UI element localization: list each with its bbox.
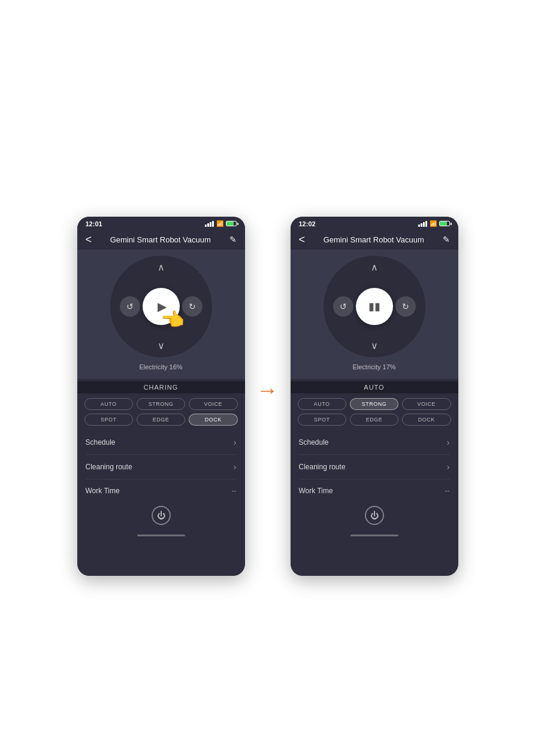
menu-work-time-label-left: Work Time (86, 487, 120, 495)
electricity-left: Electricity 16% (139, 363, 182, 371)
menu-work-time-value-right: -- (445, 487, 450, 495)
menu-work-time-right[interactable]: Work Time -- (299, 479, 450, 502)
page-container: 12:01 📶 < Gemini Smart R (0, 0, 535, 756)
top-nav-right: < Gemini Smart Robot Vacuum ✎ (291, 230, 458, 250)
arrow-up-right[interactable]: ∧ (371, 262, 378, 273)
menu-schedule-chevron-right: › (447, 438, 450, 447)
menu-work-time-left[interactable]: Work Time -- (86, 479, 237, 502)
status-label-right: AUTO (291, 381, 458, 393)
bottom-area-left: ⏻ (77, 502, 245, 531)
status-time-left: 12:01 (86, 220, 102, 227)
phone-screen-left: 12:01 📶 < Gemini Smart R (77, 217, 245, 576)
play-button-left[interactable]: ▶ 👈 (143, 288, 180, 325)
wifi-icon-right: 📶 (430, 220, 437, 227)
nav-title-right: Gemini Smart Robot Vacuum (324, 235, 424, 244)
menu-schedule-right[interactable]: Schedule › (299, 430, 450, 455)
home-indicator-left (137, 535, 185, 536)
mode-dock-right[interactable]: DOCK (402, 414, 451, 426)
menu-cleaning-route-right[interactable]: Cleaning route › (299, 455, 450, 479)
menu-cleaning-route-label-left: Cleaning route (86, 463, 132, 471)
menu-cleaning-route-chevron-left: › (234, 462, 237, 472)
mode-grid-left: AUTO STRONG VOICE SPOT EDGE DOCK (77, 393, 245, 430)
control-ring-left: ∧ ∨ ↺ ▶ 👈 ↻ (110, 256, 212, 357)
mode-grid-right: AUTO STRONG VOICE SPOT EDGE DOCK (291, 393, 458, 430)
signal-icon-right (418, 221, 427, 227)
menu-schedule-label-left: Schedule (86, 438, 116, 447)
rotate-left-button-right[interactable]: ↺ (333, 296, 353, 317)
mode-strong-left[interactable]: STRONG (137, 398, 185, 410)
menu-schedule-label-right: Schedule (299, 438, 329, 447)
mode-dock-left[interactable]: DOCK (189, 414, 237, 426)
power-button-right[interactable]: ⏻ (365, 506, 384, 525)
menu-cleaning-route-left[interactable]: Cleaning route › (86, 455, 237, 479)
mode-edge-left[interactable]: EDGE (137, 414, 185, 426)
menu-work-time-label-right: Work Time (299, 487, 333, 495)
nav-title-left: Gemini Smart Robot Vacuum (110, 235, 211, 244)
edit-button-right[interactable]: ✎ (443, 235, 450, 244)
status-label-left: CHARING (77, 381, 245, 393)
menu-items-left: Schedule › Cleaning route › Work Time -- (77, 430, 245, 502)
mode-strong-right[interactable]: STRONG (350, 398, 398, 410)
top-nav-left: < Gemini Smart Robot Vacuum ✎ (77, 230, 245, 250)
mode-spot-left[interactable]: SPOT (84, 414, 133, 426)
bottom-area-right: ⏻ (291, 502, 458, 531)
status-bar-left: 12:01 📶 (77, 217, 245, 230)
control-area-right: ∧ ∨ ↺ ▮▮ ↻ Electricity 17% (291, 250, 458, 379)
mode-voice-right[interactable]: VOICE (402, 398, 451, 410)
side-buttons-left: ↺ ▶ 👈 ↻ (110, 288, 212, 325)
menu-cleaning-route-label-right: Cleaning route (299, 463, 346, 471)
menu-work-time-value-left: -- (232, 487, 237, 495)
battery-icon-right (439, 221, 450, 226)
control-ring-right: ∧ ∨ ↺ ▮▮ ↻ (324, 256, 425, 357)
arrow-up-left[interactable]: ∧ (158, 262, 165, 273)
wifi-icon-left: 📶 (216, 220, 223, 227)
side-buttons-right: ↺ ▮▮ ↻ (324, 288, 425, 325)
home-indicator-right (350, 535, 398, 536)
screens-wrapper: 12:01 📶 < Gemini Smart R (77, 217, 458, 576)
arrow-down-right[interactable]: ∨ (371, 340, 378, 351)
mode-edge-right[interactable]: EDGE (350, 414, 398, 426)
mode-spot-right[interactable]: SPOT (298, 414, 346, 426)
back-button-left[interactable]: < (86, 233, 92, 246)
menu-cleaning-route-chevron-right: › (447, 462, 450, 472)
edit-button-left[interactable]: ✎ (229, 235, 237, 244)
power-icon-left: ⏻ (157, 511, 165, 520)
status-time-right: 12:02 (299, 220, 316, 227)
control-area-left: ∧ ∨ ↺ ▶ 👈 ↻ Electricity 16% (77, 250, 245, 379)
menu-items-right: Schedule › Cleaning route › Work Time -- (291, 430, 458, 502)
phone-screen-right: 12:02 📶 < Gemini Smart R (291, 217, 458, 576)
status-bar-right: 12:02 📶 (291, 217, 458, 230)
back-button-right[interactable]: < (299, 233, 306, 246)
power-icon-right: ⏻ (370, 511, 379, 520)
pause-icon-right: ▮▮ (368, 300, 380, 313)
menu-schedule-left[interactable]: Schedule › (86, 430, 237, 455)
pause-button-right[interactable]: ▮▮ (356, 288, 393, 325)
power-button-left[interactable]: ⏻ (152, 506, 171, 525)
rotate-right-button[interactable]: ↻ (182, 296, 202, 317)
battery-icon-left (226, 221, 237, 226)
signal-icon-left (205, 221, 214, 227)
transition-arrow: → (257, 378, 279, 403)
rotate-right-button-right[interactable]: ↻ (395, 296, 416, 317)
mode-auto-right[interactable]: AUTO (298, 398, 346, 410)
rotate-left-button[interactable]: ↺ (120, 296, 140, 317)
hand-cursor: 👈 (161, 308, 185, 331)
status-icons-right: 📶 (418, 220, 450, 227)
menu-schedule-chevron-left: › (234, 438, 237, 447)
mode-voice-left[interactable]: VOICE (189, 398, 237, 410)
electricity-right: Electricity 17% (352, 363, 395, 371)
status-icons-left: 📶 (205, 220, 237, 227)
mode-auto-left[interactable]: AUTO (84, 398, 133, 410)
arrow-down-left[interactable]: ∨ (158, 340, 165, 351)
